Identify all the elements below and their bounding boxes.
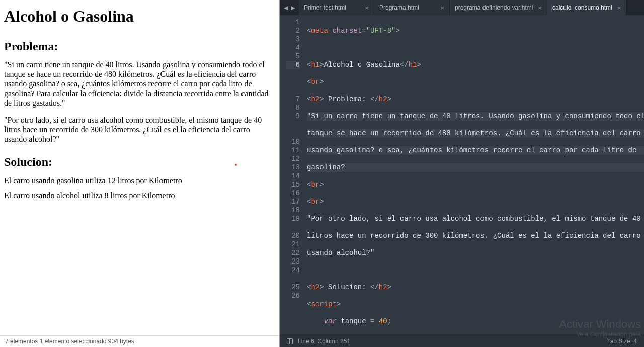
tab-size-indicator[interactable]: Tab Size: 4 bbox=[607, 338, 637, 345]
chevron-left-icon[interactable]: ◀ bbox=[284, 5, 288, 11]
tab-label: Primer test.html bbox=[304, 4, 346, 11]
editor-status-bar: Line 6, Column 251 Tab Size: 4 bbox=[280, 335, 644, 347]
var-value: 40 bbox=[379, 317, 387, 325]
var-name: tanque bbox=[341, 317, 366, 325]
line-number-gutter: 1 2 3 4 5 6 7 8 9 10 11 12 13 14 15 bbox=[286, 15, 304, 335]
close-icon[interactable]: × bbox=[617, 4, 621, 12]
result-gasolina: El carro usando gasolina utiliza 12 litr… bbox=[4, 176, 275, 185]
h2-problema-text: Problema: bbox=[324, 95, 370, 103]
meta-charset-value: "UFT-8" bbox=[366, 27, 396, 35]
tab-label: calculo_consumo.html bbox=[552, 4, 612, 11]
code-editor-pane: ◀ ▶ Primer test.html × Programa.html × p… bbox=[280, 0, 644, 347]
var-name: km bbox=[341, 334, 349, 335]
heading-problema: Problema: bbox=[4, 40, 275, 53]
problem-paragraph-2: "Por otro lado, si el carro usa alcohol … bbox=[4, 116, 271, 144]
editor-tab-bar: ◀ ▶ Primer test.html × Programa.html × p… bbox=[280, 0, 644, 15]
tab-primer-test[interactable]: Primer test.html × bbox=[299, 0, 374, 15]
tab-label: programa definiendo var.html bbox=[455, 4, 533, 11]
tab-calculo-consumo[interactable]: calculo_consumo.html × bbox=[547, 0, 626, 15]
tab-nav-arrows[interactable]: ◀ ▶ bbox=[280, 5, 299, 11]
page-title: Alcohol o Gasolina bbox=[4, 7, 275, 26]
tab-label: Programa.html bbox=[379, 4, 419, 11]
chevron-right-icon[interactable]: ▶ bbox=[291, 5, 295, 11]
result-alcohol: El carro usando alcohol utiliza 8 litros… bbox=[4, 191, 275, 200]
code-text: usando alcohol?" bbox=[307, 249, 374, 257]
code-text: "Si un carro tiene un tanque de 40 litro… bbox=[307, 112, 644, 120]
code-area[interactable]: 1 2 3 4 5 6 7 8 9 10 11 12 13 14 15 bbox=[280, 15, 644, 335]
h2-solucion-text: Solucion: bbox=[324, 283, 370, 291]
cursor-position: Line 6, Column 251 bbox=[298, 338, 350, 345]
code-text: tanque se hace un recorrido de 480 kilóm… bbox=[307, 129, 641, 137]
close-icon[interactable]: × bbox=[538, 4, 542, 12]
gutter-margin bbox=[280, 15, 286, 335]
code-text: usando gasolina? o sea, ¿cuántos kilómet… bbox=[307, 146, 636, 154]
tab-programa[interactable]: Programa.html × bbox=[374, 0, 450, 15]
code-content[interactable]: <meta charset="UFT-8"> <h1>Alcohol o Gas… bbox=[304, 15, 644, 335]
devtools-status: 7 elementos 1 elemento seleccionado 904 … bbox=[0, 335, 279, 347]
cursor-dot-icon bbox=[235, 164, 237, 166]
problem-paragraph-1: "Si un carro tiene un tanque de 40 litro… bbox=[4, 60, 271, 108]
code-text: litros hace un recorrido de 300 kilómetr… bbox=[307, 232, 641, 240]
heading-solucion: Solucion: bbox=[4, 155, 275, 169]
code-text: gasolina? bbox=[307, 163, 345, 171]
tab-programa-var[interactable]: programa definiendo var.html × bbox=[450, 0, 547, 15]
browser-preview-pane: Alcohol o Gasolina Problema: "Si un carr… bbox=[0, 0, 280, 347]
close-icon[interactable]: × bbox=[365, 4, 369, 12]
var-value: 480 bbox=[362, 334, 374, 335]
app-root: Alcohol o Gasolina Problema: "Si un carr… bbox=[0, 0, 644, 347]
code-text: "Por otro lado, si el carro usa alcohol … bbox=[307, 215, 641, 223]
panel-icon[interactable] bbox=[287, 338, 293, 344]
h1-text: Alcohol o Gasolina bbox=[324, 61, 400, 69]
close-icon[interactable]: × bbox=[440, 4, 444, 12]
